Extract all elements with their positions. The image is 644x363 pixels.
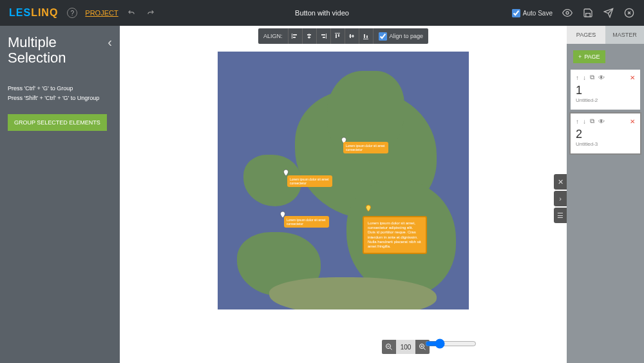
zoom-value: 100 xyxy=(396,340,415,354)
svg-rect-21 xyxy=(363,39,368,39)
expand-tab-icon[interactable]: › xyxy=(554,191,567,206)
layers-tab-icon[interactable]: ☰ xyxy=(554,208,567,223)
redo-button[interactable] xyxy=(144,6,157,19)
back-button[interactable]: ‹ xyxy=(108,35,112,50)
page-number: 1 xyxy=(576,84,635,97)
svg-rect-16 xyxy=(336,34,337,38)
close-icon[interactable] xyxy=(623,7,635,19)
svg-rect-20 xyxy=(352,35,354,37)
autosave-toggle[interactable]: Auto Save xyxy=(512,9,553,17)
autosave-label: Auto Save xyxy=(523,10,553,17)
side-tool-tabs: ✕ › ☰ xyxy=(554,174,567,223)
zoom-slider[interactable] xyxy=(425,338,477,351)
svg-rect-14 xyxy=(323,37,325,38)
svg-rect-17 xyxy=(338,34,339,37)
preview-icon[interactable] xyxy=(562,7,573,19)
svg-point-0 xyxy=(566,12,569,14)
svg-rect-15 xyxy=(335,33,340,34)
panel-title: MultipleSelection xyxy=(8,35,66,66)
svg-rect-11 xyxy=(308,37,310,38)
svg-rect-23 xyxy=(366,35,368,38)
plus-icon: + xyxy=(578,54,582,60)
duplicate-icon[interactable]: ⧉ xyxy=(590,74,594,81)
duplicate-icon[interactable]: ⧉ xyxy=(590,117,594,125)
logo: LESLINQ xyxy=(9,7,58,19)
add-page-label: PAGE xyxy=(584,54,600,60)
tab-pages[interactable]: PAGES xyxy=(567,26,605,44)
svg-rect-6 xyxy=(292,34,292,39)
undo-button[interactable] xyxy=(125,6,138,19)
canvas-area: ALIGN: Align to page Lorem ipsum dolor s… xyxy=(120,26,567,363)
page-name: Untitled-2 xyxy=(576,97,635,103)
help-icon[interactable]: ? xyxy=(67,8,77,18)
svg-rect-22 xyxy=(364,34,365,38)
align-to-page-toggle[interactable]: Align to page xyxy=(372,28,428,44)
align-bottom-button[interactable] xyxy=(358,28,372,44)
tab-master[interactable]: MASTER xyxy=(605,26,644,44)
move-down-icon[interactable]: ↓ xyxy=(583,118,586,125)
map-bubble[interactable]: Lorem ipsum dolor sit amet consectetur xyxy=(284,216,329,228)
send-icon[interactable] xyxy=(603,7,614,19)
tools-tab-icon[interactable]: ✕ xyxy=(554,174,567,190)
document-title: Button with video xyxy=(295,9,349,17)
visibility-icon[interactable]: 👁 xyxy=(598,118,605,125)
move-up-icon[interactable]: ↑ xyxy=(576,74,579,81)
autosave-checkbox[interactable] xyxy=(512,9,520,17)
svg-rect-19 xyxy=(350,34,351,38)
align-toolbar: ALIGN: Align to page xyxy=(258,28,428,44)
svg-rect-13 xyxy=(321,34,325,35)
align-center-h-button[interactable] xyxy=(301,28,316,44)
page-name: Untitled-3 xyxy=(576,141,635,147)
page-number: 2 xyxy=(576,128,635,141)
svg-rect-12 xyxy=(326,34,327,39)
delete-icon[interactable]: ✕ xyxy=(630,74,635,81)
map-bubble[interactable]: Lorem ipsum dolor sit amet consectetur xyxy=(343,142,388,153)
project-link[interactable]: PROJECT xyxy=(85,9,118,17)
zoom-out-button[interactable] xyxy=(382,340,396,354)
map-pin-highlight[interactable] xyxy=(365,203,372,213)
align-left-button[interactable] xyxy=(287,28,301,44)
svg-rect-7 xyxy=(293,34,297,35)
align-to-page-checkbox[interactable] xyxy=(378,32,386,41)
save-icon[interactable] xyxy=(582,7,594,19)
align-right-button[interactable] xyxy=(316,28,330,44)
svg-rect-10 xyxy=(307,34,311,35)
add-page-button[interactable]: + PAGE xyxy=(573,50,605,63)
move-down-icon[interactable]: ↓ xyxy=(583,74,586,81)
map-canvas[interactable]: Lorem ipsum dolor sit amet consectetur L… xyxy=(218,52,469,309)
align-top-button[interactable] xyxy=(330,28,344,44)
move-up-icon[interactable]: ↑ xyxy=(576,118,579,125)
align-label: ALIGN: xyxy=(258,33,288,39)
align-to-page-label: Align to page xyxy=(389,33,423,39)
page-card[interactable]: ↑ ↓ ⧉ 👁 ✕ 1 Untitled-2 xyxy=(571,70,640,110)
map-bubble-selected[interactable]: Lorem ipsum dolor sit amet, consectetur … xyxy=(363,216,427,254)
group-selected-button[interactable]: GROUP SELECTED ELEMENTS xyxy=(8,114,107,131)
top-bar: LESLINQ ? PROJECT Button with video Auto… xyxy=(0,0,644,26)
left-panel: MultipleSelection ‹ Press 'Ctrl' + 'G' t… xyxy=(0,26,120,363)
delete-icon[interactable]: ✕ xyxy=(630,118,635,125)
svg-rect-8 xyxy=(293,37,296,38)
visibility-icon[interactable]: 👁 xyxy=(598,74,605,81)
align-center-v-button[interactable] xyxy=(344,28,358,44)
zoom-control: 100 xyxy=(382,340,430,354)
group-hint: Press 'Ctrl' + 'G' to Group Press 'Shift… xyxy=(8,84,112,103)
map-bubble[interactable]: Lorem ipsum dolor sit amet consectetur xyxy=(287,175,332,187)
svg-line-25 xyxy=(390,348,392,350)
page-card[interactable]: ↑ ↓ ⧉ 👁 ✕ 2 Untitled-3 xyxy=(571,113,640,153)
right-panel: PAGES MASTER + PAGE ↑ ↓ ⧉ 👁 ✕ 1 Untitled… xyxy=(567,26,644,363)
